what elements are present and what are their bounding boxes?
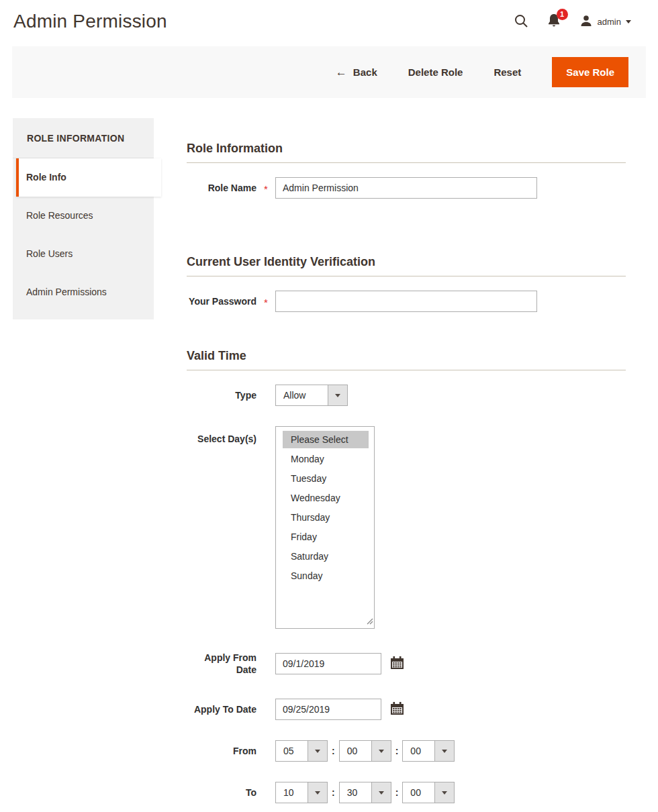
type-select-value: Allow [276, 385, 306, 405]
notification-badge: 1 [557, 9, 568, 20]
sidebar-nav: ROLE INFORMATION Role Info Role Resource… [13, 118, 154, 319]
day-option[interactable]: Sunday [283, 567, 369, 585]
time-separator: : [395, 746, 399, 756]
save-role-button[interactable]: Save Role [552, 57, 628, 87]
section-title-valid-time: Valid Time [187, 349, 626, 370]
day-option[interactable]: Thursday [283, 509, 369, 526]
to-hour-value: 10 [276, 782, 294, 803]
apply-from-date-row: Apply From Date [187, 652, 626, 676]
from-minute-value: 00 [340, 741, 358, 761]
password-row: Your Password * [187, 291, 626, 312]
section-valid-time: Valid Time Type Allow Select Day(s) Plea… [187, 349, 626, 803]
person-icon [579, 14, 593, 30]
apply-from-date-input[interactable] [275, 653, 381, 674]
to-time-row: To 10 : 30 : 00 [187, 782, 626, 803]
section-title-identity: Current User Identity Verification [187, 255, 626, 276]
sidebar-list: Role Info Role Resources Role Users Admi… [13, 158, 154, 311]
user-menu[interactable]: admin [579, 14, 631, 30]
select-days-row: Select Day(s) Please SelectMondayTuesday… [187, 426, 626, 629]
calendar-icon [390, 656, 404, 672]
to-hour-select[interactable]: 10 [275, 782, 328, 803]
day-option[interactable]: Tuesday [283, 470, 369, 487]
from-time-label: From [187, 745, 256, 757]
to-second-value: 00 [403, 782, 421, 803]
section-title-role-information: Role Information [187, 142, 626, 163]
apply-from-date-label: Apply From Date [187, 652, 256, 676]
page-title: Admin Permission [13, 11, 167, 32]
type-row: Type Allow [187, 385, 626, 406]
your-password-input[interactable] [275, 291, 537, 312]
from-hour-value: 05 [276, 741, 294, 761]
apply-to-date-row: Apply To Date [187, 699, 626, 720]
role-name-row: Role Name * [187, 177, 626, 199]
page-actions-toolbar: ← Back Delete Role Reset Save Role [12, 46, 646, 98]
sidebar-header: ROLE INFORMATION [13, 118, 154, 158]
time-separator: : [332, 787, 335, 798]
to-second-select[interactable]: 00 [402, 782, 455, 803]
back-button[interactable]: ← Back [336, 66, 377, 79]
role-name-input[interactable] [275, 177, 537, 199]
header-actions: 1 admin [514, 7, 631, 30]
sidebar-item-role-info[interactable]: Role Info [16, 158, 161, 197]
day-option[interactable]: Wednesday [283, 489, 369, 507]
required-marker: * [256, 181, 275, 195]
type-select[interactable]: Allow [275, 385, 348, 406]
chevron-down-icon [371, 782, 391, 803]
user-label: admin [598, 17, 621, 27]
chevron-down-icon [626, 20, 631, 23]
day-option[interactable]: Monday [283, 450, 369, 468]
section-identity-verification: Current User Identity Verification Your … [187, 255, 626, 312]
sidebar-item-role-users[interactable]: Role Users [13, 235, 154, 273]
back-arrow-icon: ← [336, 66, 347, 79]
search-icon [514, 13, 528, 30]
delete-role-button[interactable]: Delete Role [408, 66, 463, 78]
to-time-label: To [187, 786, 256, 799]
day-option[interactable]: Friday [283, 528, 369, 546]
time-separator: : [332, 746, 335, 756]
role-name-label: Role Name [187, 182, 256, 194]
apply-from-calendar-button[interactable] [390, 656, 404, 672]
chevron-down-icon [371, 741, 391, 761]
day-option[interactable]: Saturday [283, 548, 369, 565]
from-second-value: 00 [403, 741, 421, 761]
main-form: Role Information Role Name * Current Use… [187, 118, 626, 812]
back-button-label: Back [353, 66, 377, 78]
apply-to-date-label: Apply To Date [187, 703, 256, 715]
apply-to-date-input[interactable] [275, 699, 381, 720]
chevron-down-icon [434, 741, 454, 761]
section-role-information: Role Information Role Name * [187, 142, 626, 199]
from-time-row: From 05 : 00 : 00 [187, 740, 626, 762]
from-hour-select[interactable]: 05 [275, 740, 328, 762]
to-minute-value: 30 [340, 782, 358, 803]
select-days-listbox[interactable]: Please SelectMondayTuesdayWednesdayThurs… [275, 426, 375, 629]
chevron-down-icon [308, 782, 327, 803]
reset-button[interactable]: Reset [493, 66, 521, 78]
sidebar-item-admin-permissions[interactable]: Admin Permissions [13, 273, 154, 311]
content: ROLE INFORMATION Role Info Role Resource… [13, 118, 646, 812]
select-days-label: Select Day(s) [187, 426, 256, 445]
from-minute-select[interactable]: 00 [339, 740, 391, 762]
type-label: Type [187, 389, 256, 401]
calendar-icon [390, 701, 404, 717]
chevron-down-icon [308, 741, 327, 761]
to-minute-select[interactable]: 30 [339, 782, 391, 803]
notifications-button[interactable]: 1 [547, 13, 561, 30]
time-separator: : [395, 787, 399, 798]
day-option[interactable]: Please Select [283, 431, 369, 448]
search-button[interactable] [514, 13, 528, 30]
chevron-down-icon [328, 385, 347, 405]
resize-handle[interactable] [365, 615, 373, 627]
apply-to-calendar-button[interactable] [390, 701, 404, 717]
required-marker: * [256, 295, 275, 308]
chevron-down-icon [434, 782, 454, 803]
page-header: Admin Permission 1 [0, 0, 658, 38]
sidebar-item-role-resources[interactable]: Role Resources [13, 197, 154, 235]
from-second-select[interactable]: 00 [402, 740, 455, 762]
your-password-label: Your Password [187, 295, 256, 307]
